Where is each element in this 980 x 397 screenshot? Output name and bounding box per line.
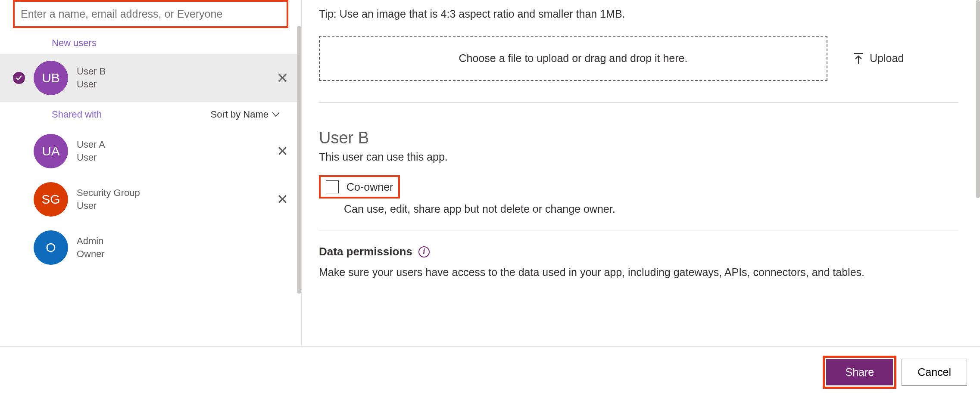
user-name: User B xyxy=(77,66,264,77)
coowner-description: Can use, edit, share app but not delete … xyxy=(319,200,963,230)
tip-text: Tip: Use an image that is 4:3 aspect rat… xyxy=(319,0,963,36)
detail-sub: This user can use this app. xyxy=(319,147,963,175)
info-icon[interactable]: i xyxy=(418,246,430,257)
sort-label: Sort by Name xyxy=(211,109,269,120)
scrollbar[interactable] xyxy=(976,0,980,198)
user-row[interactable]: SG Security Group User ✕ xyxy=(0,175,301,223)
user-role: User xyxy=(77,152,264,163)
data-permissions-text: Make sure your users have access to the … xyxy=(319,266,963,279)
highlight-coowner: Co-owner xyxy=(319,175,400,198)
upload-label: Upload xyxy=(870,52,904,65)
chevron-down-icon xyxy=(272,112,280,117)
new-users-heading: New users xyxy=(0,32,301,54)
shared-with-heading: Shared with xyxy=(52,109,102,120)
detail-title: User B xyxy=(319,103,963,147)
remove-icon[interactable]: ✕ xyxy=(272,141,293,161)
user-role: Owner xyxy=(77,248,293,260)
people-search-input[interactable] xyxy=(16,3,286,25)
avatar: UB xyxy=(34,61,68,95)
remove-icon[interactable]: ✕ xyxy=(272,68,293,88)
data-permissions-heading: Data permissions xyxy=(319,245,412,258)
remove-icon[interactable]: ✕ xyxy=(272,189,293,209)
people-panel: New users UB User B User ✕ Shared with S… xyxy=(0,0,302,397)
avatar: SG xyxy=(34,182,68,217)
file-drop-zone[interactable]: Choose a file to upload or drag and drop… xyxy=(319,36,827,81)
coowner-label: Co-owner xyxy=(346,181,393,193)
user-row[interactable]: O Admin Owner xyxy=(0,223,301,272)
user-name: User A xyxy=(77,139,264,150)
user-name: Admin xyxy=(77,236,293,247)
share-button[interactable]: Share xyxy=(826,359,893,385)
highlight-search xyxy=(13,0,288,28)
sort-dropdown[interactable]: Sort by Name xyxy=(211,109,280,120)
cancel-button[interactable]: Cancel xyxy=(902,359,967,386)
user-name: Security Group xyxy=(77,187,264,198)
upload-icon xyxy=(853,53,864,65)
highlight-share: Share xyxy=(823,356,896,389)
dialog-footer: Share Cancel xyxy=(0,346,980,397)
user-row[interactable]: UB User B User ✕ xyxy=(0,54,301,102)
avatar: O xyxy=(34,230,68,265)
coowner-checkbox[interactable] xyxy=(326,180,339,193)
user-row[interactable]: UA User A User ✕ xyxy=(0,127,301,175)
user-role: User xyxy=(77,200,264,211)
scrollbar[interactable] xyxy=(297,26,301,294)
avatar: UA xyxy=(34,134,68,168)
upload-button[interactable]: Upload xyxy=(853,52,947,65)
check-icon xyxy=(13,72,25,84)
details-panel: Tip: Use an image that is 4:3 aspect rat… xyxy=(302,0,980,397)
user-role: User xyxy=(77,79,264,90)
